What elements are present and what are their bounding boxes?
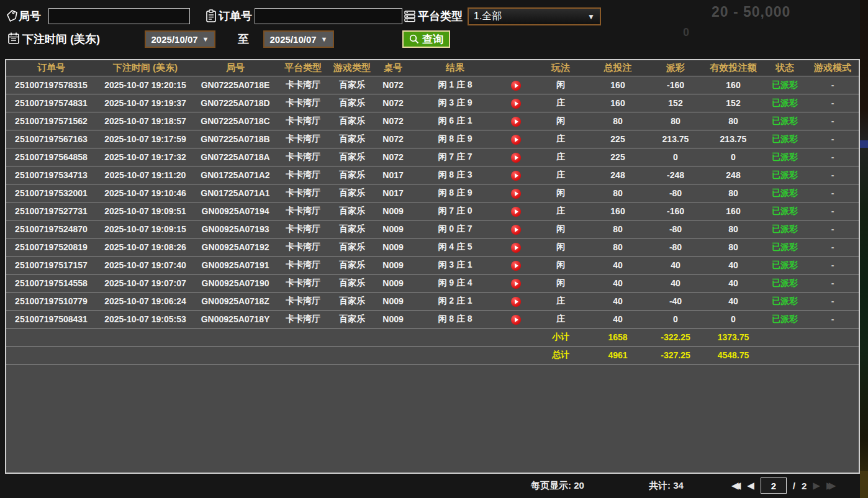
table-row: 251007197508431 2025-10-07 19:05:53 GN00… xyxy=(6,310,859,328)
total-bet: 4961 xyxy=(588,346,648,364)
cell-play-method: 闲 xyxy=(533,112,588,130)
subtotal-valid: 1373.75 xyxy=(703,328,763,346)
cell-status: 已派彩 xyxy=(763,220,807,238)
cell-bet-time: 2025-10-07 19:11:20 xyxy=(96,166,194,184)
cell-status: 已派彩 xyxy=(763,292,807,310)
last-page-button: ▶▶ xyxy=(826,478,836,494)
cell-round-number: GN00925A0718Z xyxy=(194,292,276,310)
total-label: 总计 xyxy=(533,346,588,364)
cell-total-bet: 225 xyxy=(588,148,648,166)
replay-play-icon[interactable] xyxy=(511,297,521,307)
cell-table-number: N017 xyxy=(374,166,412,184)
cell-valid-bet: 160 xyxy=(703,76,763,94)
cell-payout: -40 xyxy=(648,292,703,310)
platform-type-select[interactable]: 1.全部 ▼ xyxy=(468,7,601,25)
cell-bet-time: 2025-10-07 19:09:15 xyxy=(96,220,194,238)
column-header xyxy=(499,60,533,76)
prev-page-button[interactable]: ◀ xyxy=(747,478,754,494)
table-row: 251007197510779 2025-10-07 19:06:24 GN00… xyxy=(6,292,859,310)
cell-table-number: N009 xyxy=(374,292,412,310)
cell-table-number: N072 xyxy=(374,112,412,130)
cell-platform: 卡卡湾厅 xyxy=(276,274,330,292)
cell-table-number: N009 xyxy=(374,238,412,256)
cell-order-number: 251007197564858 xyxy=(6,148,96,166)
table-row: 251007197534713 2025-10-07 19:11:20 GN01… xyxy=(6,166,859,184)
cell-round-number: GN00925A0718Y xyxy=(194,310,276,328)
replay-play-icon[interactable] xyxy=(511,81,521,91)
cell-replay xyxy=(499,256,533,274)
cell-order-number: 251007197517157 xyxy=(6,256,96,274)
cell-replay xyxy=(499,112,533,130)
cell-play-method: 闲 xyxy=(533,274,588,292)
replay-play-icon[interactable] xyxy=(511,135,521,145)
cell-payout: -80 xyxy=(648,238,703,256)
first-page-button[interactable]: ◀◀ xyxy=(731,478,741,494)
total-count-label: 共计: xyxy=(649,480,671,491)
total-row: 总计 4961 -327.25 4548.75 xyxy=(6,346,859,364)
query-button[interactable]: 查询 xyxy=(402,30,450,48)
cell-platform: 卡卡湾厅 xyxy=(276,184,330,202)
cell-result: 闲 7 庄 0 xyxy=(412,202,499,220)
cell-total-bet: 80 xyxy=(588,112,648,130)
replay-play-icon[interactable] xyxy=(511,225,521,235)
replay-play-icon[interactable] xyxy=(511,117,521,127)
cell-play-method: 庄 xyxy=(533,202,588,220)
total-count-value: 34 xyxy=(673,480,684,491)
cell-game-type: 百家乐 xyxy=(330,310,374,328)
cell-payout: -80 xyxy=(648,220,703,238)
cell-result: 闲 7 庄 7 xyxy=(412,148,499,166)
cell-total-bet: 160 xyxy=(588,76,648,94)
cell-valid-bet: 80 xyxy=(703,184,763,202)
page-number-input[interactable] xyxy=(761,478,787,494)
cell-platform: 卡卡湾厅 xyxy=(276,76,330,94)
cell-game-type: 百家乐 xyxy=(330,238,374,256)
replay-play-icon[interactable] xyxy=(511,243,521,253)
order-number-input[interactable] xyxy=(255,8,402,24)
cell-play-method: 闲 xyxy=(533,220,588,238)
cell-result: 闲 9 庄 4 xyxy=(412,274,499,292)
cell-play-method: 庄 xyxy=(533,94,588,112)
cell-platform: 卡卡湾厅 xyxy=(276,94,330,112)
cell-game-mode: - xyxy=(807,238,859,256)
cell-valid-bet: 80 xyxy=(703,238,763,256)
cell-bet-time: 2025-10-07 19:05:53 xyxy=(96,310,194,328)
cell-platform: 卡卡湾厅 xyxy=(276,238,330,256)
replay-play-icon[interactable] xyxy=(511,189,521,199)
cell-bet-time: 2025-10-07 19:10:46 xyxy=(96,184,194,202)
cell-total-bet: 40 xyxy=(588,292,648,310)
cell-replay xyxy=(499,310,533,328)
cell-order-number: 251007197524870 xyxy=(6,220,96,238)
total-valid: 4548.75 xyxy=(703,346,763,364)
platform-stack-icon xyxy=(404,9,416,23)
cell-order-number: 251007197508431 xyxy=(6,310,96,328)
replay-play-icon[interactable] xyxy=(511,207,521,217)
cell-total-bet: 40 xyxy=(588,310,648,328)
cell-valid-bet: 160 xyxy=(703,202,763,220)
date-from-picker[interactable]: 2025/10/07 ▼ xyxy=(145,30,215,48)
replay-play-icon[interactable] xyxy=(511,279,521,289)
cell-result: 闲 3 庄 1 xyxy=(412,256,499,274)
date-to-picker[interactable]: 2025/10/07 ▼ xyxy=(263,30,334,48)
table-row: 251007197520819 2025-10-07 19:08:26 GN00… xyxy=(6,238,859,256)
cell-order-number: 251007197527731 xyxy=(6,202,96,220)
replay-play-icon[interactable] xyxy=(511,99,521,109)
pagination: ◀◀ ◀ / 2 ▶ ▶▶ xyxy=(731,478,836,494)
replay-play-icon[interactable] xyxy=(511,315,521,325)
cell-play-method: 闲 xyxy=(533,238,588,256)
round-number-input[interactable] xyxy=(48,8,190,24)
replay-play-icon[interactable] xyxy=(511,153,521,163)
cell-play-method: 闲 xyxy=(533,256,588,274)
cell-platform: 卡卡湾厅 xyxy=(276,256,330,274)
cell-game-type: 百家乐 xyxy=(330,166,374,184)
cell-round-number: GN01725A071A1 xyxy=(194,184,276,202)
cell-table-number: N009 xyxy=(374,256,412,274)
cell-status: 已派彩 xyxy=(763,256,807,274)
cell-game-type: 百家乐 xyxy=(330,112,374,130)
cell-bet-time: 2025-10-07 19:17:59 xyxy=(96,130,194,148)
replay-play-icon[interactable] xyxy=(511,171,521,181)
cell-payout: 0 xyxy=(648,148,703,166)
cell-total-bet: 80 xyxy=(588,184,648,202)
cell-result: 闲 8 庄 9 xyxy=(412,130,499,148)
replay-play-icon[interactable] xyxy=(511,261,521,271)
cell-round-number: GN07225A0718E xyxy=(194,76,276,94)
